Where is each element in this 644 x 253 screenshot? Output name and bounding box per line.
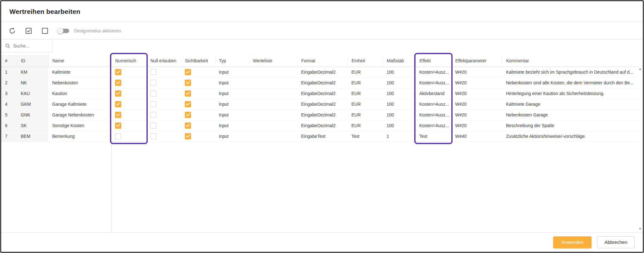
cell-numerisch[interactable]	[111, 67, 146, 77]
cell-effektparameter[interactable]: W#20	[451, 120, 502, 131]
null_erlauben-checkbox[interactable]	[150, 122, 157, 129]
cell-kommentar[interactable]: Zusätzliche Aktionshinweise/-vorschläge.	[502, 131, 638, 142]
sichtbarkeit-checkbox[interactable]	[185, 90, 191, 97]
cell-sichtbarkeit[interactable]	[181, 110, 215, 120]
cell-werteliste[interactable]	[249, 67, 297, 77]
cell-effekt[interactable]: Kosten=Ausz...	[416, 77, 451, 88]
cell-null_erlauben[interactable]	[146, 131, 181, 142]
column-header-effektparameter[interactable]: Effektparameter	[451, 55, 502, 67]
cell-sichtbarkeit[interactable]	[181, 77, 215, 88]
table-row[interactable]: 3KAUKautionInputEingabeDezimal2EUR100Akt…	[1, 88, 638, 99]
numerisch-checkbox[interactable]	[115, 69, 121, 75]
cell-effekt[interactable]: Kosten=Ausz...	[416, 110, 451, 120]
sichtbarkeit-checkbox[interactable]	[185, 112, 191, 118]
cell-kommentar[interactable]: Nebenkosten Garage	[502, 110, 638, 120]
design-mode-toggle[interactable]	[57, 27, 70, 34]
cell-id[interactable]: NK	[17, 77, 48, 88]
cell-null_erlauben[interactable]	[146, 99, 181, 110]
cell-massstab[interactable]: 100	[383, 77, 416, 88]
numerisch-checkbox[interactable]	[115, 112, 121, 118]
table-row[interactable]: 1KMKaltmieteInputEingabeDezimal2EUR100Ko…	[1, 67, 638, 77]
cell-sichtbarkeit[interactable]	[181, 131, 215, 142]
cell-sichtbarkeit[interactable]	[181, 99, 215, 110]
cell-sichtbarkeit[interactable]	[181, 120, 215, 131]
cell-format[interactable]: EingabeDezimal2	[297, 120, 348, 131]
cell-numerisch[interactable]	[111, 131, 146, 142]
cell-werteliste[interactable]	[249, 88, 297, 99]
cell-null_erlauben[interactable]	[146, 120, 181, 131]
cell-einheit[interactable]: EUR	[348, 110, 383, 120]
cell-kommentar[interactable]: Hinterlegung einer Kaution als Sicherhei…	[502, 88, 638, 99]
cell-id[interactable]: GKM	[17, 99, 48, 110]
column-header-num[interactable]: #	[1, 55, 17, 67]
cell-numerisch[interactable]	[111, 99, 146, 110]
cell-werteliste[interactable]	[249, 99, 297, 110]
cell-massstab[interactable]: 100	[383, 110, 416, 120]
column-header-null-erlauben[interactable]: Null erlauben	[146, 55, 181, 67]
null_erlauben-checkbox[interactable]	[150, 133, 157, 139]
cell-format[interactable]: EingabeText	[297, 131, 348, 142]
table-row[interactable]: 5GNKGarage NebenkostenInputEingabeDezima…	[1, 110, 638, 120]
cell-typ[interactable]: Input	[215, 120, 249, 131]
cell-numerisch[interactable]	[111, 88, 146, 99]
numerisch-checkbox[interactable]	[115, 122, 121, 129]
cell-null_erlauben[interactable]	[146, 77, 181, 88]
cell-name[interactable]: Sonstige Kosten	[48, 120, 111, 131]
cell-format[interactable]: EingabeDezimal2	[297, 110, 348, 120]
cell-einheit[interactable]: Text	[348, 131, 383, 142]
cell-numerisch[interactable]	[111, 77, 146, 88]
column-header-typ[interactable]: Typ	[215, 55, 249, 67]
cell-num[interactable]: 6	[1, 120, 17, 131]
cell-id[interactable]: KM	[17, 67, 48, 77]
cell-einheit[interactable]: EUR	[348, 67, 383, 77]
cell-format[interactable]: EingabeDezimal2	[297, 88, 348, 99]
cell-werteliste[interactable]	[249, 120, 297, 131]
cell-format[interactable]: EingabeDezimal2	[297, 99, 348, 110]
cell-effekt[interactable]: Kosten=Ausz...	[416, 99, 451, 110]
column-header-kommentar[interactable]: Kommentar	[502, 55, 638, 67]
cell-typ[interactable]: Input	[215, 131, 249, 142]
cell-format[interactable]: EingabeDezimal2	[297, 77, 348, 88]
table-row[interactable]: 2NKNebenkostenInputEingabeDezimal2EUR100…	[1, 77, 638, 88]
table-row[interactable]: 6SKSonstige KostenInputEingabeDezimal2EU…	[1, 120, 638, 131]
cell-massstab[interactable]: 100	[383, 120, 416, 131]
cell-num[interactable]: 1	[1, 67, 17, 77]
column-header-einheit[interactable]: Einheit	[348, 55, 383, 67]
cell-id[interactable]: KAU	[17, 88, 48, 99]
cell-num[interactable]: 3	[1, 88, 17, 99]
cell-effektparameter[interactable]: W#20	[451, 110, 502, 120]
cell-kommentar[interactable]: Kaltmiete Garage	[502, 99, 638, 110]
cell-typ[interactable]: Input	[215, 88, 249, 99]
cell-effektparameter[interactable]: W#40	[451, 131, 502, 142]
cell-num[interactable]: 7	[1, 131, 17, 142]
numerisch-checkbox[interactable]	[115, 90, 121, 97]
column-header-name[interactable]: Name	[48, 55, 111, 67]
search-input[interactable]	[13, 43, 48, 48]
cell-null_erlauben[interactable]	[146, 67, 181, 77]
cell-null_erlauben[interactable]	[146, 88, 181, 99]
history-icon[interactable]	[8, 27, 16, 35]
cell-kommentar[interactable]: Kaltmiete bezieht sich im Sprachgebrauch…	[502, 67, 638, 77]
sichtbarkeit-checkbox[interactable]	[185, 69, 191, 75]
cancel-button[interactable]: Abbrechen	[597, 236, 635, 248]
column-header-numerisch[interactable]: Numerisch	[111, 55, 146, 67]
cell-werteliste[interactable]	[249, 77, 297, 88]
cell-name[interactable]: Garage Nebenkosten	[48, 110, 111, 120]
cell-werteliste[interactable]	[249, 131, 297, 142]
table-row[interactable]: 4GKMGarage KaltmieteInputEingabeDezimal2…	[1, 99, 638, 110]
numerisch-checkbox[interactable]	[115, 80, 121, 86]
null_erlauben-checkbox[interactable]	[150, 80, 157, 86]
cell-name[interactable]: Kaution	[48, 88, 111, 99]
cell-sichtbarkeit[interactable]	[181, 67, 215, 77]
scroll-down-arrow[interactable]: ▼	[638, 227, 642, 231]
apply-button[interactable]: Anwenden	[553, 236, 592, 248]
null_erlauben-checkbox[interactable]	[150, 112, 157, 118]
cell-typ[interactable]: Input	[215, 110, 249, 120]
table-row[interactable]: 7BEMBemerkungInputEingabeTextText1TextW#…	[1, 131, 638, 142]
cell-effektparameter[interactable]: W#20	[451, 77, 502, 88]
cell-effektparameter[interactable]: W#20	[451, 67, 502, 77]
cell-sichtbarkeit[interactable]	[181, 88, 215, 99]
cell-numerisch[interactable]	[111, 120, 146, 131]
cell-id[interactable]: BEM	[17, 131, 48, 142]
cell-format[interactable]: EingabeDezimal2	[297, 67, 348, 77]
